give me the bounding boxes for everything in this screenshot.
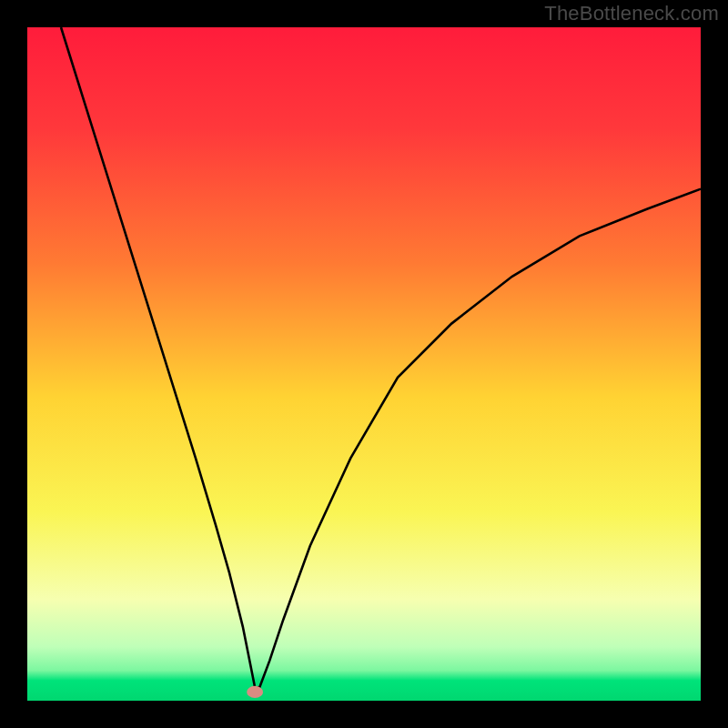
chart-frame: TheBottleneck.com xyxy=(0,0,728,728)
optimum-marker xyxy=(247,686,263,698)
watermark-text: TheBottleneck.com xyxy=(544,2,719,25)
bottleneck-chart xyxy=(0,0,728,728)
plot-background xyxy=(27,27,701,701)
